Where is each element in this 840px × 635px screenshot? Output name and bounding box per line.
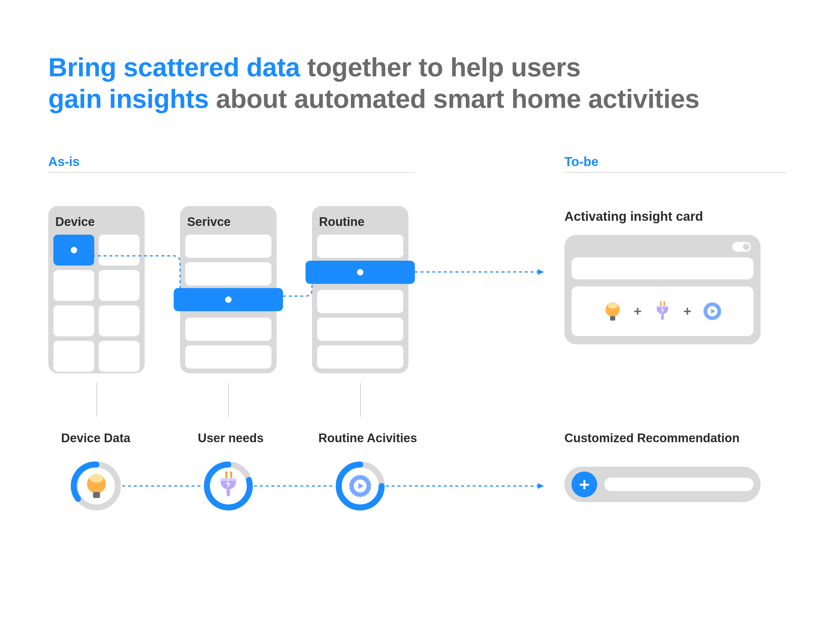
device-tile	[54, 270, 94, 301]
svg-rect-17	[661, 314, 664, 320]
plug-icon	[221, 472, 236, 496]
service-row	[185, 262, 272, 285]
device-tile	[99, 341, 140, 372]
divider-line	[228, 383, 229, 417]
divider-line	[360, 383, 361, 417]
ring-device-data	[71, 460, 122, 512]
svg-rect-14	[610, 316, 615, 321]
bulb-icon	[87, 474, 106, 498]
plus-sign: +	[684, 304, 692, 319]
bulb-icon	[602, 300, 624, 323]
insight-card-title: Activating insight card	[564, 209, 703, 224]
device-tile	[54, 306, 94, 336]
device-tile	[99, 234, 140, 266]
heading-highlight-1: Bring scattered data	[48, 52, 300, 82]
device-tile-selected	[54, 234, 94, 266]
ring-routine-activities	[335, 460, 386, 512]
svg-marker-22	[538, 483, 543, 489]
heading-highlight-2: gain insights	[48, 84, 209, 113]
add-button[interactable]: +	[572, 472, 597, 497]
play-ring-icon	[701, 300, 723, 323]
section-label-tobe: To-be	[564, 155, 786, 173]
plus-sign: +	[633, 304, 641, 319]
service-row	[185, 345, 272, 369]
device-tile	[54, 341, 94, 372]
section-label-asis: As-is	[48, 155, 415, 173]
phone-device-title: Device	[55, 215, 140, 229]
service-row	[185, 318, 272, 341]
phone-routine: Routine	[312, 206, 409, 373]
svg-point-2	[90, 474, 104, 483]
service-row-selected	[174, 288, 283, 311]
routine-row	[317, 234, 403, 258]
insight-card: + +	[564, 235, 761, 344]
insight-text-slot	[572, 258, 753, 279]
insight-formula: + +	[572, 287, 753, 336]
page-title: Bring scattered data together to help us…	[48, 52, 699, 115]
service-row	[185, 234, 272, 258]
recommendation-text-slot	[604, 478, 753, 491]
ring-user-needs	[203, 460, 254, 512]
svg-rect-7	[227, 489, 230, 496]
heading-plain-1: together to help users	[300, 52, 581, 82]
svg-point-13	[608, 303, 617, 309]
phone-device: Device	[48, 206, 145, 373]
routine-row-selected	[306, 261, 415, 284]
heading-plain-2: about automated smart home activities	[209, 84, 699, 113]
svg-marker-21	[538, 269, 543, 275]
svg-rect-6	[230, 472, 232, 478]
label-custom-recommendation: Customized Recommendation	[564, 431, 740, 445]
phone-service: Serivce	[180, 206, 276, 373]
phone-service-title: Serivce	[187, 215, 272, 229]
svg-rect-15	[660, 301, 662, 306]
device-tile	[99, 270, 140, 301]
label-user-needs: User needs	[198, 431, 264, 445]
svg-rect-3	[93, 492, 100, 498]
phone-routine-title: Routine	[319, 215, 403, 229]
recommendation-chip: +	[564, 467, 761, 502]
label-routine-activities: Routine Acivities	[318, 431, 417, 445]
routine-row	[317, 290, 403, 313]
svg-rect-5	[226, 472, 228, 478]
add-icon: +	[579, 475, 590, 493]
routine-row	[317, 318, 403, 341]
divider-line	[96, 383, 97, 417]
plug-icon	[651, 300, 674, 323]
routine-row	[317, 345, 403, 369]
svg-rect-16	[663, 301, 665, 306]
device-tile	[99, 306, 140, 336]
play-ring-icon	[349, 475, 371, 497]
toggle-icon[interactable]	[732, 242, 751, 252]
label-device-data: Device Data	[61, 431, 130, 445]
